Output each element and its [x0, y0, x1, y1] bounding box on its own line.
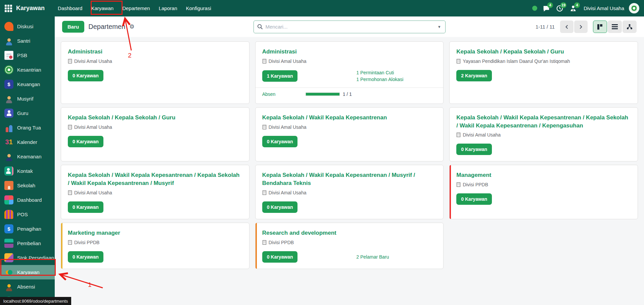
sidebar-item-karyawan[interactable]: Karyawan [0, 265, 55, 279]
employee-badge: 4 [574, 2, 580, 8]
gear-icon[interactable]: ⚙ [129, 23, 134, 30]
view-switch-hierarchy[interactable] [623, 21, 637, 33]
department-card[interactable]: Kepala Sekolah / Wakil Kepala Kepesantre… [61, 165, 249, 219]
sidebar-item-dashboard[interactable]: Dashboard [0, 193, 55, 207]
absence-label[interactable]: Absen [262, 91, 306, 97]
department-card[interactable]: Administrasi Divisi Amal Usaha 1 Karyawa… [255, 41, 444, 104]
company-name: Divisi Amal Usaha [269, 190, 307, 195]
app-name[interactable]: Karyawan [16, 5, 45, 12]
view-switch-list[interactable] [608, 21, 622, 33]
company-name: Divisi PPDB [74, 240, 99, 245]
main-area: Baru Departemen ⚙ ▾ 1-11 / 11 [55, 16, 644, 305]
search-bar[interactable]: ▾ [254, 21, 446, 33]
finance-dollar-icon [4, 80, 13, 89]
department-card[interactable]: Administrasi Divisi Amal Usaha 0 Karyawa… [61, 41, 249, 104]
employees-count-button[interactable]: 0 Karyawan [68, 136, 103, 147]
menu-departemen[interactable]: Departemen [118, 0, 154, 16]
department-name: Marketing manager [68, 229, 242, 237]
department-card[interactable]: Kepala Sekolah / Wakil Kepala Kepesantre… [255, 165, 444, 219]
employees-count-button[interactable]: 0 Karyawan [68, 70, 103, 81]
sidebar: Diskusi Santri PSB Kesantrian Keuangan M… [0, 16, 55, 305]
activities-badge: 19 [560, 2, 566, 8]
department-card[interactable]: Kepala Sekolah / Wakil Kepala Kepesantre… [449, 107, 638, 162]
employees-count-button[interactable]: 0 Karyawan [456, 144, 492, 155]
discuss-icon [4, 22, 13, 31]
sidebar-item-pembelian[interactable]: Pembelian [0, 236, 55, 251]
department-card[interactable]: Kepala Sekolah / Kepala Sekolah / Guru Y… [449, 41, 638, 104]
pos-awning-icon [4, 210, 13, 219]
company-name: Divisi Amal Usaha [269, 124, 307, 130]
employees-count-button[interactable]: 0 Karyawan [262, 136, 298, 147]
apps-menu-icon[interactable] [5, 5, 12, 12]
new-applicants-link[interactable]: 2 Pelamar Baru [356, 254, 436, 260]
sidebar-item-orang-tua[interactable]: Orang Tua [0, 120, 55, 135]
sidebar-item-keuangan[interactable]: Keuangan [0, 77, 55, 91]
sidebar-item-guru[interactable]: Guru [0, 106, 55, 120]
employees-count-button[interactable]: 0 Karyawan [262, 251, 298, 263]
sidebar-item-stok-persediaan[interactable]: Stok Persediaan [0, 251, 55, 265]
employees-count-button[interactable]: 0 Karyawan [68, 251, 103, 263]
department-cards: Administrasi Divisi Amal Usaha 0 Karyawa… [61, 41, 638, 269]
department-name: Kepala Sekolah / Wakil Kepala Kepesantre… [262, 171, 437, 187]
school-building-icon [4, 181, 13, 190]
activities-clock-icon[interactable]: 19 [555, 4, 564, 13]
sidebar-item-pos[interactable]: POS [0, 207, 55, 222]
department-card[interactable]: Management Divisi PPDB 0 Karyawan [449, 165, 638, 219]
allocation-requests-link[interactable]: 1 Permohonan Alokasi [356, 77, 436, 82]
chevron-left-icon [564, 24, 569, 30]
security-guard-icon [4, 152, 13, 161]
card-color-stripe [450, 165, 451, 219]
menu-konfigurasi[interactable]: Konfigurasi [182, 0, 216, 16]
view-switch-kanban[interactable] [593, 21, 607, 33]
status-dot [532, 6, 537, 11]
messages-icon[interactable]: 4 [542, 4, 551, 13]
sidebar-item-keamanan[interactable]: Keamanan [0, 149, 55, 164]
list-view-icon [612, 24, 618, 29]
menu-dashboard[interactable]: Dashboard [53, 0, 87, 16]
department-card[interactable]: Research and development Divisi PPDB 0 K… [255, 223, 444, 269]
employees-count-button[interactable]: 0 Karyawan [262, 201, 298, 213]
sidebar-item-musyrif[interactable]: Musyrif [0, 91, 55, 106]
user-avatar[interactable] [629, 3, 639, 13]
sidebar-item-kalender[interactable]: Kalender [0, 135, 55, 149]
department-name: Kepala Sekolah / Wakil Kepala Kepesantre… [262, 114, 437, 122]
department-card[interactable]: Kepala Sekolah / Kepala Sekolah / Guru D… [61, 107, 249, 162]
calendar-31-icon [4, 138, 13, 147]
search-input[interactable] [266, 24, 437, 30]
pager-next-button[interactable] [574, 21, 588, 33]
sidebar-item-psb[interactable]: PSB [0, 48, 55, 63]
employees-count-button[interactable]: 0 Karyawan [456, 193, 492, 205]
leave-requests-link[interactable]: 1 Permintaan Cuti [356, 70, 436, 75]
menu-karyawan[interactable]: Karyawan [87, 0, 118, 16]
pager: 1-11 / 11 [536, 24, 555, 30]
sidebar-item-kontak[interactable]: Kontak [0, 164, 55, 178]
employees-count-button[interactable]: 2 Karyawan [456, 70, 492, 81]
company-name: Divisi Amal Usaha [463, 132, 501, 138]
sidebar-item-diskusi[interactable]: Diskusi [0, 19, 55, 34]
search-dropdown-caret-icon[interactable]: ▾ [437, 24, 442, 29]
sidebar-item-penagihan[interactable]: Penagihan [0, 222, 55, 236]
menu-laporan[interactable]: Laporan [154, 0, 182, 16]
company-name: Divisi PPDB [463, 182, 488, 187]
sidebar-item-sekolah[interactable]: Sekolah [0, 178, 55, 193]
new-button[interactable]: Baru [62, 21, 84, 33]
department-card[interactable]: Marketing manager Divisi PPDB 0 Karyawan [61, 223, 249, 269]
employees-count-button[interactable]: 0 Karyawan [68, 201, 103, 213]
teacher-icon [4, 109, 13, 118]
building-icon [68, 190, 72, 195]
sidebar-item-absensi[interactable]: Absensi [0, 279, 55, 294]
kanban-content: Administrasi Divisi Amal Usaha 0 Karyawa… [55, 37, 644, 305]
company-switcher[interactable]: Divisi Amal Usaha [584, 5, 624, 11]
employees-count-button[interactable]: 1 Karyawan [262, 70, 298, 82]
school-logo-icon [4, 65, 13, 74]
building-icon [456, 182, 461, 187]
supervisor-icon [4, 94, 13, 103]
department-card[interactable]: Kepala Sekolah / Wakil Kepala Kepesantre… [255, 107, 444, 162]
building-icon [68, 59, 72, 64]
department-name: Kepala Sekolah / Wakil Kepala Kepesantre… [456, 114, 631, 130]
pager-prev-button[interactable] [560, 21, 573, 33]
sidebar-item-santri[interactable]: Santri [0, 34, 55, 48]
sidebar-item-kesantrian[interactable]: Kesantrian [0, 63, 55, 77]
employee-dollar-icon[interactable]: $ 4 [569, 4, 578, 13]
hierarchy-view-icon [627, 24, 633, 30]
